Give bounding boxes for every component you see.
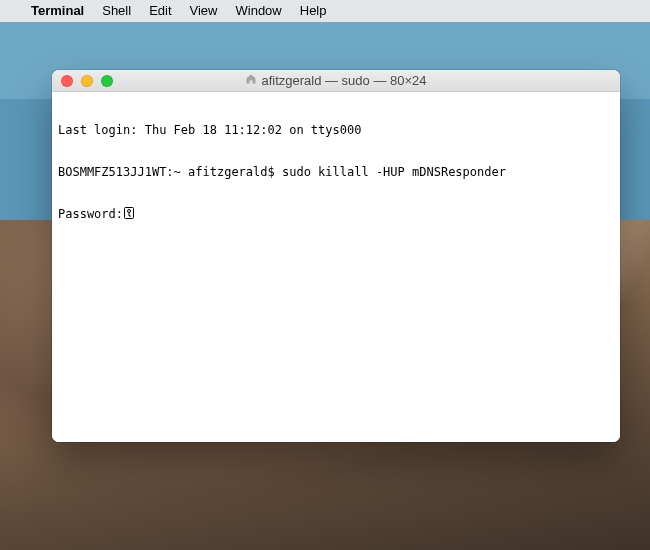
menu-edit[interactable]: Edit (140, 0, 180, 22)
close-button[interactable] (61, 75, 73, 87)
app-menu[interactable]: Terminal (22, 0, 93, 22)
titlebar[interactable]: afitzgerald — sudo — 80×24 (52, 70, 620, 92)
terminal-window: afitzgerald — sudo — 80×24 Last login: T… (52, 70, 620, 442)
menubar: Terminal Shell Edit View Window Help (0, 0, 650, 22)
menu-window[interactable]: Window (227, 0, 291, 22)
maximize-button[interactable] (101, 75, 113, 87)
home-icon (245, 73, 257, 88)
prompt-text: BOSMMFZ513JJ1WT:~ afitzgerald$ (58, 165, 282, 179)
terminal-line-command: BOSMMFZ513JJ1WT:~ afitzgerald$ sudo kill… (58, 165, 614, 179)
menu-help[interactable]: Help (291, 0, 336, 22)
command-text: sudo killall -HUP mDNSResponder (282, 165, 506, 179)
window-title-text: afitzgerald — sudo — 80×24 (261, 73, 426, 88)
minimize-button[interactable] (81, 75, 93, 87)
apple-menu[interactable] (8, 0, 22, 22)
terminal-line-password: Password: (58, 207, 614, 221)
menu-view[interactable]: View (181, 0, 227, 22)
window-title: afitzgerald — sudo — 80×24 (52, 73, 620, 88)
terminal-body[interactable]: Last login: Thu Feb 18 11:12:02 on ttys0… (52, 92, 620, 442)
menu-shell[interactable]: Shell (93, 0, 140, 22)
svg-point-1 (128, 210, 131, 213)
key-icon (124, 207, 134, 219)
traffic-lights (52, 75, 113, 87)
terminal-line-lastlogin: Last login: Thu Feb 18 11:12:02 on ttys0… (58, 123, 614, 137)
password-prompt-text: Password: (58, 207, 123, 221)
last-login-text: Last login: Thu Feb 18 11:12:02 on ttys0… (58, 123, 361, 137)
